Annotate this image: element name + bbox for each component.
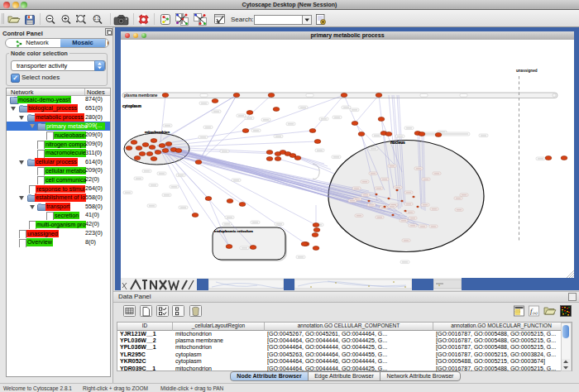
svg-text:cytoplasm: cytoplasm — [122, 104, 141, 108]
svg-text:(x): (x) — [533, 311, 538, 315]
svg-text:Search:: Search: — [231, 16, 254, 23]
svg-text:1:1: 1:1 — [94, 17, 100, 21]
svg-text:unassigned: unassigned — [516, 69, 538, 73]
svg-text:endoplasmic reticulum: endoplasmic reticulum — [214, 229, 253, 233]
svg-text:mitochondrion: mitochondrion — [145, 130, 170, 134]
svg-text:nucleus: nucleus — [390, 141, 405, 145]
svg-text:plasma membrane: plasma membrane — [124, 93, 158, 98]
